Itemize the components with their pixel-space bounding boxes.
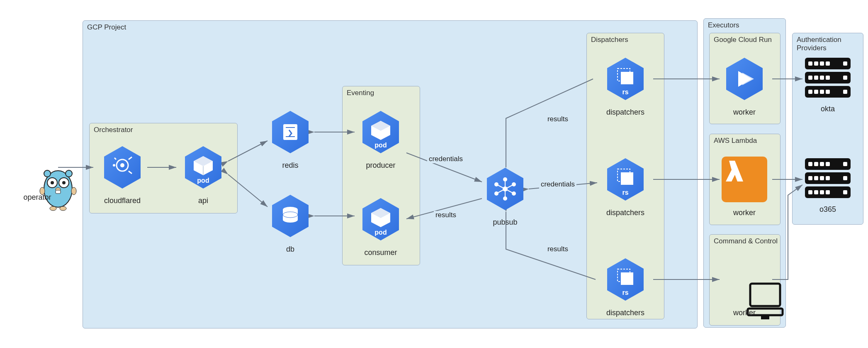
label-operator: operator [23, 193, 51, 202]
label-producer: producer [366, 161, 395, 170]
pod-tag: pod [374, 229, 387, 236]
label-cloudflared: cloudflared [104, 196, 141, 205]
label-redis: redis [282, 161, 298, 170]
label-db: db [286, 245, 294, 254]
svg-line-4 [228, 174, 267, 207]
svg-rect-56 [750, 284, 780, 306]
label-api: api [198, 196, 208, 205]
svg-point-23 [66, 170, 72, 177]
pod-tag: pod [197, 177, 209, 184]
node-dispatcher-3: rs [603, 257, 648, 302]
node-api: pod [180, 145, 226, 190]
label-worker-gcr: worker [733, 108, 756, 117]
node-redis [267, 109, 313, 155]
label-worker-lambda: worker [733, 208, 756, 217]
node-okta [805, 58, 851, 100]
svg-line-3 [228, 141, 267, 161]
svg-rect-55 [621, 272, 633, 285]
edge-label-credentials-1: credentials [427, 155, 464, 163]
edge-label-credentials-2: credentials [539, 180, 576, 189]
svg-point-18 [51, 181, 54, 184]
svg-point-22 [44, 170, 51, 177]
edge-label-results-2: results [546, 115, 570, 123]
label-worker-cc: worker [733, 309, 756, 317]
svg-point-26 [50, 206, 56, 211]
node-worker-lambda [722, 157, 767, 202]
node-cloudflared [100, 145, 145, 190]
node-pubsub [482, 166, 528, 212]
svg-rect-58 [761, 316, 769, 319]
rs-tag: rs [622, 289, 628, 297]
node-db [267, 193, 313, 239]
node-producer: pod [358, 109, 404, 155]
rs-tag: rs [622, 189, 628, 196]
node-worker-gcr [722, 56, 767, 102]
node-dispatcher-2: rs [603, 157, 648, 202]
svg-point-30 [113, 164, 115, 167]
svg-point-29 [120, 163, 124, 167]
diagram-canvas: GCP Project Orchestrator Eventing Dispat… [0, 0, 868, 348]
edge-label-results-3: results [546, 245, 570, 253]
label-consumer: consumer [364, 248, 397, 257]
label-o365: o365 [819, 205, 836, 214]
label-dispatcher-1: dispatchers [606, 108, 644, 117]
node-o365 [805, 158, 851, 201]
svg-rect-53 [621, 172, 633, 185]
svg-point-27 [60, 206, 66, 211]
svg-point-25 [71, 187, 76, 195]
label-dispatcher-3: dispatchers [606, 309, 644, 317]
node-dispatcher-1: rs [603, 56, 648, 102]
node-consumer: pod [358, 196, 404, 242]
label-dispatcher-2: dispatchers [606, 208, 644, 217]
svg-point-19 [62, 181, 66, 184]
label-pubsub: pubsub [493, 218, 517, 227]
svg-rect-21 [56, 190, 61, 194]
svg-rect-51 [621, 72, 633, 84]
rs-tag: rs [622, 88, 628, 96]
edge-label-results-1: results [434, 211, 458, 219]
label-okta: okta [821, 105, 835, 113]
pod-tag: pod [374, 142, 387, 149]
